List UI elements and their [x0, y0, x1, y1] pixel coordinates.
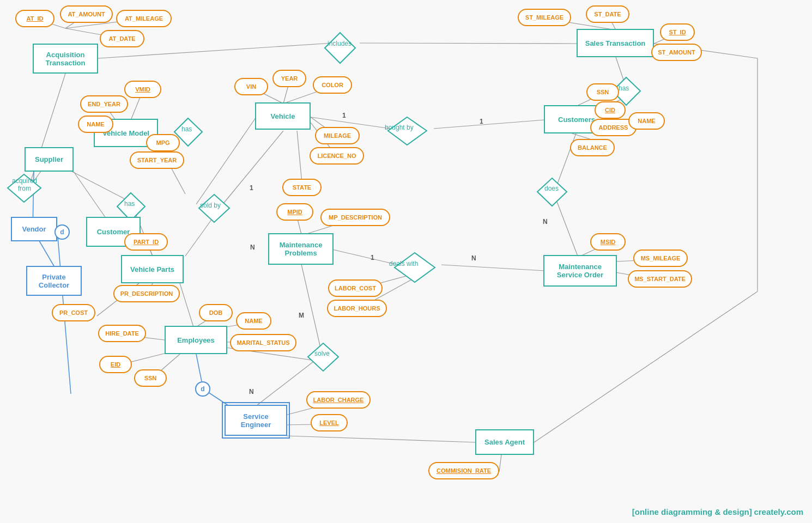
mult-1-customers: 1: [480, 118, 483, 125]
watermark-prefix: [online diagramming & design]: [632, 507, 752, 516]
attr-msid: MSID: [590, 233, 626, 251]
attr-cid: CID: [595, 101, 626, 119]
mult-1-vehicle-sold: 1: [250, 184, 253, 192]
attr-marital-status: MARITAL_STATUS: [230, 334, 296, 351]
entity-vendor: Vendor: [11, 217, 57, 241]
attr-pr-cost: PR_COST: [52, 304, 95, 321]
attr-st-amount: ST_AMOUNT: [651, 44, 702, 61]
attr-eid: EID: [99, 356, 132, 373]
entity-vehicle: Vehicle: [255, 102, 311, 130]
attr-ms-start-date: MS_START_DATE: [628, 270, 692, 288]
attr-commision-rate: COMMISION_RATE: [428, 462, 499, 479]
entity-vehicle-parts: Vehicle Parts: [121, 255, 184, 283]
attr-level: LEVEL: [311, 414, 348, 431]
attr-name-vm: NAME: [78, 115, 113, 133]
attr-mpg: MPG: [146, 134, 180, 151]
circle-d-employees: d: [195, 381, 210, 397]
mult-1-vehicle-bought: 1: [342, 112, 346, 119]
rel-bought-by-label: bought by: [385, 124, 414, 131]
attr-labor-cost: LABOR_COST: [328, 279, 383, 297]
svg-line-54: [301, 264, 322, 352]
mult-m-solve: M: [299, 312, 304, 319]
mult-n-parts: N: [250, 244, 255, 251]
entity-maintenance-problems: MaintenanceProblems: [268, 233, 334, 265]
rel-includes: [324, 32, 356, 64]
attr-st-date: ST_DATE: [586, 5, 629, 23]
entity-maintenance-service-order: MaintenanceService Order: [543, 255, 617, 287]
rel-sold-by-label: sold by: [200, 202, 221, 209]
entity-supplier: Supplier: [25, 147, 74, 172]
svg-marker-76: [325, 33, 355, 63]
attr-mp-description: MP_DESCRIPTION: [320, 209, 390, 226]
entity-service-engineer: ServiceEngineer: [225, 405, 287, 436]
attr-licence-no: LICENCE_NO: [310, 147, 364, 165]
rel-has-st-label: has: [619, 84, 629, 92]
rel-has-supplier-label: has: [124, 200, 135, 208]
svg-marker-84: [395, 253, 435, 282]
svg-line-66: [208, 392, 229, 406]
mult-1-deals: 1: [371, 254, 374, 262]
attr-mileage: MILEAGE: [315, 127, 360, 144]
rel-deals-with: [393, 252, 436, 283]
entity-employees: Employees: [165, 326, 227, 354]
svg-line-74: [499, 455, 501, 472]
attr-state: STATE: [282, 179, 322, 196]
svg-line-5: [360, 43, 578, 44]
attr-balance: BALANCE: [570, 139, 615, 156]
attr-labor-hours: LABOR_HOURS: [327, 300, 387, 317]
attr-vmid: VMID: [124, 81, 161, 98]
attr-end-year: END_YEAR: [80, 95, 128, 113]
watermark-brand: creately.com: [754, 507, 803, 516]
attr-vin: VIN: [234, 78, 268, 95]
entity-private-collector: PrivateCollector: [26, 266, 82, 296]
attr-at-amount: AT_AMOUNT: [60, 5, 113, 23]
svg-line-75: [180, 283, 193, 327]
svg-line-31: [434, 120, 545, 129]
attr-color: COLOR: [313, 76, 352, 94]
entity-sales-transaction: Sales Transaction: [577, 29, 654, 57]
svg-line-65: [196, 354, 202, 381]
attr-start-year: START_YEAR: [130, 151, 184, 169]
attr-mpid: MPID: [276, 203, 313, 221]
svg-line-10: [196, 117, 256, 204]
attr-hire-date: HIRE_DATE: [98, 325, 146, 342]
entity-sales-agent: Sales Agent: [475, 429, 534, 455]
rel-does-label: does: [544, 185, 559, 192]
attr-part-id: PART_ID: [124, 233, 168, 251]
mult-n-solve-emp: N: [249, 388, 254, 396]
attr-ms-mileage: MS_MILEAGE: [633, 250, 688, 267]
svg-line-44: [556, 199, 578, 256]
er-diagram: AcquisitionTransaction Supplier Vendor C…: [0, 0, 812, 523]
attr-name-emp: NAME: [236, 312, 271, 330]
attr-labor-charge: LABOR_CHARGE: [306, 391, 371, 409]
svg-line-51: [441, 265, 545, 271]
circle-d-vendor: d: [54, 224, 70, 240]
rel-deals-with-label: deals with: [389, 260, 418, 267]
attr-name-cust: NAME: [628, 112, 665, 130]
attr-st-mileage: ST_MILEAGE: [518, 9, 571, 26]
mult-n-mso: N: [543, 218, 548, 226]
mult-n-deals: N: [471, 254, 476, 262]
entity-acquisition-transaction: AcquisitionTransaction: [33, 44, 98, 74]
rel-solve-label: solve: [314, 350, 330, 357]
attr-at-id: AT_ID: [15, 10, 54, 27]
attr-ssn-emp: SSN: [134, 369, 167, 387]
rel-has-vm-label: has: [181, 125, 192, 133]
attr-at-date: AT_DATE: [100, 30, 144, 47]
svg-line-70: [534, 291, 758, 442]
attr-dob: DOB: [199, 304, 233, 321]
attr-year: YEAR: [272, 70, 306, 87]
attr-at-mileage: AT_MILEAGE: [116, 10, 172, 27]
svg-line-28: [222, 131, 283, 205]
svg-line-50: [332, 250, 398, 265]
rel-includes-label: includes: [328, 40, 352, 47]
watermark: [online diagramming & design] creately.c…: [632, 507, 803, 516]
attr-st-id: ST_ID: [660, 23, 695, 41]
attr-ssn-cust: SSN: [586, 83, 619, 101]
svg-line-73: [286, 436, 477, 442]
rel-acquired-from-label: acquiredfrom: [3, 177, 46, 192]
attr-pr-description: PR_DESCRIPTION: [113, 285, 180, 302]
